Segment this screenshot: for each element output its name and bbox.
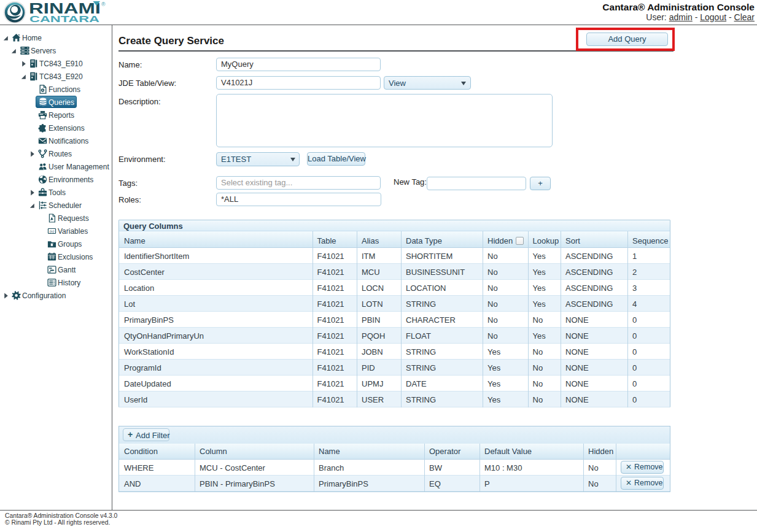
svg-text:CANTARA: CANTARA <box>29 14 100 24</box>
svg-text:®: ® <box>101 1 106 7</box>
